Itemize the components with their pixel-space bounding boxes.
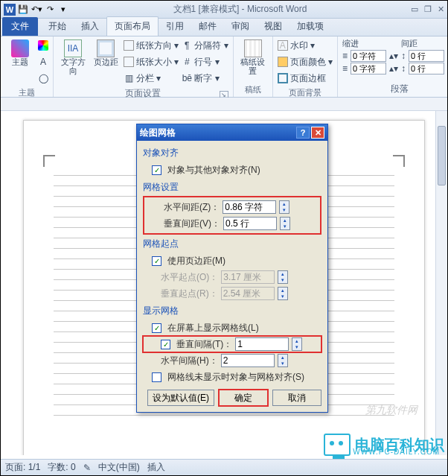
space-before-input[interactable]	[409, 50, 444, 62]
dialog-body: 对象对齐 ✓ 对象与其他对象对齐(N) 网格设置 水平间距(Z)： ▴▾ 垂直间…	[137, 141, 327, 412]
snap-when-hidden-label: 网格线未显示时对象与网格对齐(S)	[167, 371, 304, 384]
secondary-watermark: 第九软件网	[365, 404, 417, 417]
status-words[interactable]: 字数: 0	[48, 461, 75, 474]
indent-left-icon: ≡	[342, 51, 348, 61]
section-grid-settings: 网格设置 水平间距(Z)： ▴▾ 垂直间距(V)： ▴▾	[143, 181, 321, 235]
margin-corner-tr	[393, 155, 405, 167]
save-icon[interactable]: 💾	[17, 4, 29, 16]
ok-button[interactable]: 确定	[219, 390, 268, 406]
h-origin-spinner: ▴▾	[278, 270, 288, 284]
dialog-title: 绘图网格	[140, 127, 176, 139]
tab-home[interactable]: 开始	[41, 17, 74, 36]
v-interval-label: 垂直间隔(T)：	[176, 338, 232, 351]
vertical-scrollbar[interactable]	[435, 111, 447, 455]
h-origin-label: 水平起点(O)：	[161, 271, 218, 284]
snap-objects-checkbox[interactable]: ✓	[152, 165, 161, 175]
snap-objects-label: 对象与其他对象对齐(N)	[167, 164, 260, 177]
v-origin-spinner: ▴▾	[278, 287, 288, 300]
genko-icon	[244, 39, 262, 57]
spinner-icon[interactable]: ▴▾	[389, 51, 398, 61]
h-interval-input[interactable]	[221, 354, 275, 367]
status-bar: 页面: 1/1 字数: 0 ✎ 中文(中国) 插入	[1, 459, 447, 475]
tab-page-layout[interactable]: 页面布局	[106, 16, 159, 36]
theme-effects-button[interactable]: ◯	[38, 71, 48, 86]
paper-size-label: 纸张大小 ▾	[136, 56, 179, 69]
scrollbar-thumb[interactable]	[438, 126, 446, 185]
themes-icon	[11, 39, 29, 57]
page-color-button[interactable]: 页面颜色 ▾	[278, 54, 333, 69]
dialog-help-button[interactable]: ?	[296, 127, 310, 139]
tab-mailings[interactable]: 邮件	[191, 17, 224, 36]
hyphenation-button[interactable]: bē断字 ▾	[182, 71, 228, 86]
indent-right-input[interactable]	[351, 63, 386, 74]
status-proofing-icon[interactable]: ✎	[83, 463, 91, 473]
paper-size-button[interactable]: 纸张大小 ▾	[124, 54, 179, 69]
horizontal-ruler[interactable]	[1, 98, 447, 111]
breaks-button[interactable]: ¶分隔符 ▾	[182, 38, 228, 53]
theme-fonts-button[interactable]: A	[38, 54, 48, 69]
line-numbers-label: 行号 ▾	[194, 56, 219, 69]
h-interval-spinner[interactable]: ▴▾	[278, 354, 288, 367]
hyphenation-icon: bē	[182, 73, 192, 83]
theme-colors-button[interactable]	[38, 38, 48, 53]
status-page[interactable]: 页面: 1/1	[5, 461, 40, 474]
dialog-title-bar[interactable]: 绘图网格 ? ✕	[137, 124, 327, 141]
tab-review[interactable]: 审阅	[224, 17, 257, 36]
v-spacing-label: 垂直间距(V)：	[164, 218, 220, 230]
section-header-align: 对象对齐	[143, 147, 321, 159]
space-after-icon: ↕	[401, 63, 406, 74]
cancel-button[interactable]: 取消	[272, 390, 321, 406]
line-numbers-button[interactable]: #行号 ▾	[182, 54, 228, 69]
watermark-button[interactable]: A水印 ▾	[278, 38, 333, 53]
quick-access-toolbar: W 💾 ↶▾ ↷ ▾	[4, 4, 69, 16]
h-origin-input	[221, 270, 275, 284]
section-display-grid: 显示网格 ✓ 在屏幕上显示网格线(L) ✓ 垂直间隔(T)： ▴▾ 水平间隔(H…	[143, 305, 321, 385]
close-window-button[interactable]: ✕	[438, 4, 444, 14]
v-spacing-spinner[interactable]: ▴▾	[280, 217, 290, 230]
margin-corner-tl	[43, 155, 55, 167]
space-after-input[interactable]	[409, 63, 444, 74]
page-borders-button[interactable]: 页面边框	[278, 71, 333, 86]
themes-button[interactable]: 主题	[5, 38, 35, 66]
indent-right-icon: ≡	[342, 63, 348, 74]
columns-button[interactable]: ▥分栏 ▾	[124, 71, 179, 86]
h-spacing-spinner[interactable]: ▴▾	[279, 200, 289, 214]
use-margins-checkbox[interactable]: ✓	[152, 256, 161, 266]
section-header-display: 显示网格	[143, 305, 321, 317]
snap-when-hidden-checkbox[interactable]	[152, 372, 161, 382]
dialog-close-button[interactable]: ✕	[311, 127, 324, 139]
margins-button[interactable]: 页边距	[91, 38, 121, 66]
v-interval-spinner[interactable]: ▴▾	[292, 337, 302, 351]
v-interval-checkbox[interactable]: ✓	[161, 340, 170, 349]
status-insert-mode[interactable]: 插入	[147, 461, 165, 474]
file-tab[interactable]: 文件	[2, 17, 38, 36]
v-interval-input[interactable]	[235, 337, 289, 351]
watermark-icon: A	[278, 40, 288, 51]
window-title: 文档1 [兼容模式] - Microsoft Word	[69, 3, 411, 16]
tab-insert[interactable]: 插入	[74, 17, 106, 36]
tab-references[interactable]: 引用	[159, 17, 191, 36]
undo-icon[interactable]: ↶▾	[31, 4, 42, 16]
orientation-button[interactable]: 纸张方向 ▾	[124, 38, 179, 53]
tab-view[interactable]: 视图	[257, 17, 289, 36]
status-language[interactable]: 中文(中国)	[98, 461, 140, 474]
genko-settings-button[interactable]: 稿纸设置	[238, 38, 268, 75]
text-direction-button[interactable]: IIA 文字方向	[58, 38, 88, 75]
redo-icon[interactable]: ↷	[44, 4, 56, 16]
fonts-icon: A	[38, 57, 48, 67]
highlight-v-interval: ✓ 垂直间隔(T)： ▴▾	[143, 336, 321, 352]
section-grid-origin: 网格起点 ✓ 使用页边距(M) 水平起点(O)： ▴▾ 垂直起点(R)： ▴▾	[143, 238, 321, 302]
h-spacing-label: 水平间距(Z)：	[164, 201, 220, 214]
minimize-button[interactable]: ▭	[411, 4, 418, 14]
tab-addins[interactable]: 加载项	[289, 17, 331, 36]
v-spacing-input[interactable]	[223, 217, 277, 230]
spinner-icon[interactable]: ▴▾	[389, 63, 398, 74]
show-gridlines-checkbox[interactable]: ✓	[152, 323, 161, 333]
set-default-button[interactable]: 设为默认值(E)	[147, 390, 214, 406]
indent-left-input[interactable]	[351, 50, 386, 62]
h-spacing-input[interactable]	[223, 200, 276, 214]
themes-label: 主题	[12, 57, 28, 66]
page-color-icon	[278, 57, 288, 67]
qat-customize-icon[interactable]: ▾	[57, 4, 69, 16]
maximize-button[interactable]: ❐	[424, 4, 432, 14]
